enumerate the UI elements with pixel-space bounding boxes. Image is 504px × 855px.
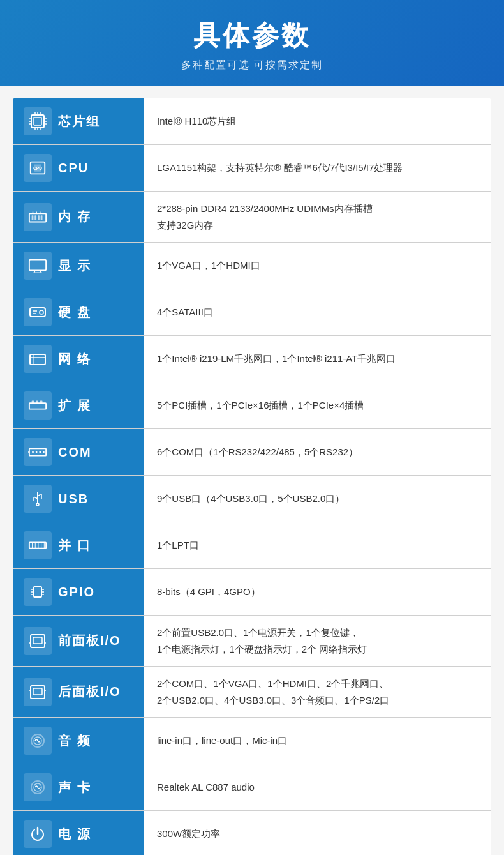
power-icon [24,820,52,848]
com-icon [24,438,52,466]
row-usb: USB 9个USB口（4个USB3.0口，5个USB2.0口） [13,476,491,522]
svg-rect-67 [33,637,42,644]
svg-rect-59 [34,587,41,597]
svg-rect-71 [33,688,42,695]
label-com: COM [13,429,144,475]
gpio-icon [24,578,52,606]
label-text-display: 显 示 [58,257,91,275]
svg-point-43 [39,451,41,453]
svg-point-42 [36,451,38,453]
spec-table: 芯片组 Intel® H110芯片组 CPU CPU LGA1151构架，支持英… [13,98,491,855]
row-parallel: 并 口 1个LPT口 [13,522,491,569]
header-subtitle: 多种配置可选 可按需求定制 [13,59,491,72]
svg-point-41 [32,451,34,453]
svg-rect-18 [32,215,34,220]
chipset-icon [24,107,52,135]
svg-point-44 [43,451,45,453]
label-rear-io: 后面板I/O [13,667,144,717]
label-memory: 内 存 [13,192,144,242]
svg-rect-36 [29,403,46,409]
hdd-icon [24,298,52,326]
svg-rect-39 [40,401,43,404]
label-audio: 音 频 [13,718,144,764]
label-text-power: 电 源 [58,826,91,843]
svg-rect-53 [29,542,46,548]
svg-rect-19 [34,215,36,220]
label-text-gpio: GPIO [58,585,95,600]
parallel-icon [24,531,52,559]
row-memory: 内 存 2*288-pin DDR4 2133/2400MHz UDIMMs内存… [13,192,491,243]
value-memory: 2*288-pin DDR4 2133/2400MHz UDIMMs内存插槽支持… [144,192,491,242]
label-display: 显 示 [13,243,144,289]
value-usb: 9个USB口（4个USB3.0口，5个USB2.0口） [144,476,491,522]
row-power: 电 源 300W额定功率 [13,811,491,855]
label-cpu: CPU CPU [13,145,144,191]
label-text-soundcard: 声 卡 [58,779,91,796]
value-gpio: 8-bits（4 GPI，4GPO） [144,569,491,615]
label-text-parallel: 并 口 [58,537,91,554]
svg-rect-38 [36,401,38,404]
label-parallel: 并 口 [13,522,144,568]
row-display: 显 示 1个VGA口，1个HDMI口 [13,243,491,289]
svg-text:CPU: CPU [33,166,42,170]
value-audio: line-in口，line-out口，Mic-in口 [144,718,491,764]
svg-point-52 [36,503,39,506]
audio-icon [24,727,52,755]
row-chipset: 芯片组 Intel® H110芯片组 [13,98,491,145]
label-text-network: 网 络 [58,351,91,368]
soundcard-icon [24,773,52,801]
value-power: 300W额定功率 [144,811,491,855]
value-com: 6个COM口（1个RS232/422/485，5个RS232） [144,429,491,475]
display-icon [24,252,52,280]
label-text-memory: 内 存 [58,208,91,225]
label-text-cpu: CPU [58,161,89,176]
value-front-io: 2个前置USB2.0口、1个电源开关，1个复位键，1个电源指示灯，1个硬盘指示灯… [144,616,491,666]
cpu-icon: CPU [24,154,52,182]
row-com: COM 6个COM口（1个RS232/422/485，5个RS232） [13,429,491,476]
row-expansion: 扩 展 5个PCI插槽，1个PCIe×16插槽，1个PCIe×4插槽 [13,382,491,429]
label-text-front-io: 前面板I/O [58,632,121,649]
usb-icon [24,485,52,513]
front-io-icon [24,627,52,655]
label-hdd: 硬 盘 [13,289,144,335]
value-hdd: 4个SATAIII口 [144,289,491,335]
header-title: 具体参数 [13,18,491,54]
label-text-chipset: 芯片组 [58,113,100,130]
label-text-expansion: 扩 展 [58,397,91,414]
label-text-com: COM [58,445,92,460]
row-cpu: CPU CPU LGA1151构架，支持英特尔® 酷睿™6代/7代I3/I5/I… [13,145,491,192]
row-rear-io: 后面板I/O 2个COM口、1个VGA口、1个HDMI口、2个千兆网口、2个US… [13,667,491,718]
expansion-icon [24,391,52,420]
value-expansion: 5个PCI插槽，1个PCIe×16插槽，1个PCIe×4插槽 [144,382,491,428]
label-text-audio: 音 频 [58,732,91,750]
label-gpio: GPIO [13,569,144,615]
value-soundcard: Realtek AL C887 audio [144,764,491,810]
row-front-io: 前面板I/O 2个前置USB2.0口、1个电源开关，1个复位键，1个电源指示灯，… [13,616,491,667]
header: 具体参数 多种配置可选 可按需求定制 [0,0,504,86]
row-gpio: GPIO 8-bits（4 GPI，4GPO） [13,569,491,616]
value-rear-io: 2个COM口、1个VGA口、1个HDMI口、2个千兆网口、2个USB2.0口、4… [144,667,491,717]
svg-rect-1 [34,117,41,125]
row-audio: 音 频 line-in口，line-out口，Mic-in口 [13,718,491,764]
value-network: 1个Intel® i219-LM千兆网口，1个Intel® i211-AT千兆网… [144,336,491,382]
svg-rect-33 [30,354,45,365]
memory-icon [24,203,52,231]
label-power: 电 源 [13,811,144,855]
label-soundcard: 声 卡 [13,764,144,810]
label-usb: USB [13,476,144,522]
label-network: 网 络 [13,336,144,382]
svg-rect-20 [38,215,40,220]
label-text-usb: USB [58,492,89,506]
svg-rect-0 [31,115,44,128]
svg-rect-25 [29,260,46,271]
label-chipset: 芯片组 [13,98,144,144]
rear-io-icon [24,678,52,706]
row-soundcard: 声 卡 Realtek AL C887 audio [13,764,491,811]
svg-point-30 [40,310,43,314]
label-expansion: 扩 展 [13,382,144,428]
value-cpu: LGA1151构架，支持英特尔® 酷睿™6代/7代I3/I5/I7处理器 [144,145,491,191]
svg-rect-37 [32,401,34,404]
label-front-io: 前面板I/O [13,616,144,666]
svg-rect-21 [41,215,43,220]
label-text-hdd: 硬 盘 [58,304,91,321]
